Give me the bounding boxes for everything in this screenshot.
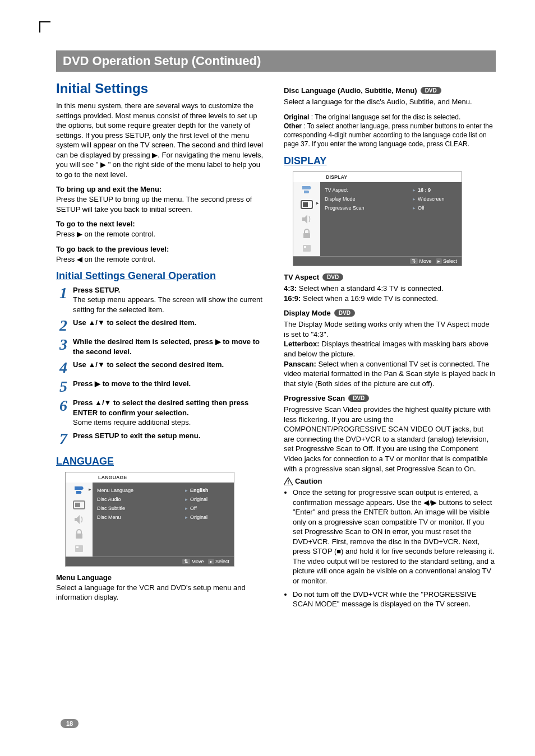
lock-tab-icon [72, 528, 86, 540]
dvd-badge-icon: DVD [322, 273, 343, 281]
prev-level-body: Press ◀ on the remote control. [56, 254, 268, 265]
language-tab-icon: ▸ [72, 485, 86, 496]
osd-language-panel: LANGUAGE ▸ Menu Language▸English [65, 472, 234, 567]
step-3: 3 While the desired item is selected, pr… [56, 337, 268, 356]
step-text: Press SETUP to exit the setup menu. [73, 431, 268, 441]
right-column: Disc Language (Audio, Subtitle, Menu) DV… [284, 81, 496, 613]
disc-language-body: Select a language for the disc's Audio, … [284, 97, 496, 107]
disc-language-heading-row: Disc Language (Audio, Subtitle, Menu) DV… [284, 86, 496, 95]
warning-triangle-icon [284, 477, 293, 485]
tv-aspect-heading-row: TV Aspect DVD [284, 273, 496, 281]
dvd-badge-icon: DVD [334, 309, 355, 317]
prev-level-heading: To go back to the previous level: [56, 245, 268, 253]
dvd-badge-icon: DVD [348, 395, 369, 402]
page: DVD Operation Setup (Continued) Initial … [0, 0, 535, 756]
disc-language-original: Original : The original language set for… [284, 113, 496, 122]
step-number-icon: 3 [56, 337, 71, 353]
osd-header: LANGUAGE [66, 472, 234, 483]
bring-up-heading: To bring up and exit the Menu: [56, 185, 268, 193]
disc-language-heading: Disc Language (Audio, Subtitle, Menu) [284, 86, 417, 95]
other-tab-icon [72, 543, 86, 554]
osd-category-icons: ▸ [293, 182, 320, 256]
osd-footer: ⇅Move ▸Select [293, 256, 462, 266]
osd-header: DISPLAY [293, 172, 462, 182]
svg-rect-7 [303, 233, 310, 238]
updown-icon: ⇅ [182, 559, 190, 564]
osd-body: ▸ Menu Language▸English Disc Audio▸Origi… [66, 483, 234, 556]
updown-icon: ⇅ [410, 258, 418, 264]
step-1: 1 Press SETUP.The setup menu appears. Th… [56, 285, 268, 315]
step-text: Use ▲/▼ to select the desired item. [73, 318, 268, 328]
left-column: Initial Settings In this menu system, th… [56, 81, 268, 613]
caution-list: Once the setting for progressive scan ou… [284, 488, 496, 609]
step-number-icon: 5 [56, 379, 71, 395]
other-tab-icon [300, 243, 313, 254]
osd-settings-list: TV Aspect▸16 : 9 Display Mode▸Widescreen… [320, 182, 462, 256]
tv-aspect-heading: TV Aspect [284, 273, 319, 281]
display-heading: DISPLAY [284, 155, 496, 167]
osd-row: Disc Menu▸Original [97, 513, 229, 522]
step-5: 5 Press ▶ to move to the third level. [56, 379, 268, 395]
osd-settings-list: Menu Language▸English Disc Audio▸Origina… [93, 483, 234, 556]
step-7: 7 Press SETUP to exit the setup menu. [56, 431, 268, 447]
progressive-scan-heading: Progressive Scan [284, 394, 345, 402]
osd-display-panel: DISPLAY ▸ TV Aspect▸16 : 9 [293, 171, 462, 266]
osd-footer: ⇅Move ▸Select [66, 556, 234, 566]
general-operation-title: Initial Settings General Operation [56, 270, 268, 282]
initial-settings-title: Initial Settings [56, 81, 268, 96]
display-tab-icon [72, 499, 86, 511]
progressive-scan-heading-row: Progressive Scan DVD [284, 394, 496, 402]
svg-rect-8 [303, 245, 311, 252]
step-number-icon: 1 [56, 285, 71, 301]
crop-mark [39, 21, 50, 33]
osd-row: Menu Language▸English [97, 486, 229, 495]
tv-aspect-43: 4:3: Select when a standard 4:3 TV is co… [284, 284, 496, 294]
page-number-badge: 18 [61, 718, 79, 728]
svg-rect-9 [304, 246, 306, 248]
caution-label: Caution [295, 477, 322, 485]
osd-body: ▸ TV Aspect▸16 : 9 Display Mode▸Widescre… [293, 182, 462, 256]
step-number-icon: 4 [56, 360, 71, 375]
audio-tab-icon [72, 514, 86, 525]
caution-heading-row: Caution [284, 477, 496, 485]
right-arrow-icon: ▸ [208, 559, 214, 564]
page-number: 18 [61, 719, 79, 728]
display-mode-intro: The Display Mode setting works only when… [284, 319, 496, 339]
osd-row: TV Aspect▸16 : 9 [325, 185, 457, 194]
step-text: Press ▲/▼ to select the desired setting … [73, 398, 268, 428]
display-mode-letterbox: Letterbox: Displays theatrical images wi… [284, 339, 496, 359]
disc-language-other: Other : To select another language, pres… [284, 122, 496, 149]
step-number-icon: 6 [56, 398, 71, 414]
menu-language-heading: Menu Language [56, 573, 268, 582]
bring-up-body: Press the SETUP to bring up the menu. Th… [56, 194, 268, 214]
step-number-icon: 7 [56, 431, 71, 447]
svg-point-11 [288, 483, 289, 484]
lock-tab-icon [300, 228, 313, 239]
svg-rect-1 [75, 503, 80, 507]
display-mode-heading-row: Display Mode DVD [284, 309, 496, 317]
section-banner: DVD Operation Setup (Continued) [56, 50, 496, 72]
display-tab-icon: ▸ [300, 199, 313, 210]
display-mode-heading: Display Mode [284, 309, 331, 317]
svg-rect-2 [76, 534, 82, 539]
svg-rect-4 [76, 546, 79, 548]
step-2: 2 Use ▲/▼ to select the desired item. [56, 318, 268, 333]
osd-row: Progressive Scan▸Off [325, 203, 457, 212]
caution-item: Do not turn off the DVD+VCR while the "P… [293, 590, 496, 609]
right-arrow-icon: ▸ [436, 258, 442, 264]
tv-aspect-169: 16:9: Select when a 16:9 wide TV is conn… [284, 294, 496, 304]
audio-tab-icon [300, 214, 313, 225]
next-level-heading: To go to the next level: [56, 220, 268, 228]
step-number-icon: 2 [56, 318, 71, 333]
progressive-scan-body: Progressive Scan Video provides the high… [284, 405, 496, 474]
step-text: While the desired item is selected, pres… [73, 337, 268, 356]
next-level-body: Press ▶ on the remote control. [56, 229, 268, 239]
step-text: Press ▶ to move to the third level. [73, 379, 268, 389]
two-column-layout: Initial Settings In this menu system, th… [56, 81, 496, 613]
step-text: Press SETUP.The setup menu appears. The … [73, 285, 268, 315]
initial-settings-intro: In this menu system, there are several w… [56, 101, 268, 179]
step-6: 6 Press ▲/▼ to select the desired settin… [56, 398, 268, 428]
step-text: Use ▲/▼ to select the second desired ite… [73, 360, 268, 370]
osd-row: Display Mode▸Widescreen [325, 194, 457, 203]
language-tab-icon [300, 184, 313, 196]
